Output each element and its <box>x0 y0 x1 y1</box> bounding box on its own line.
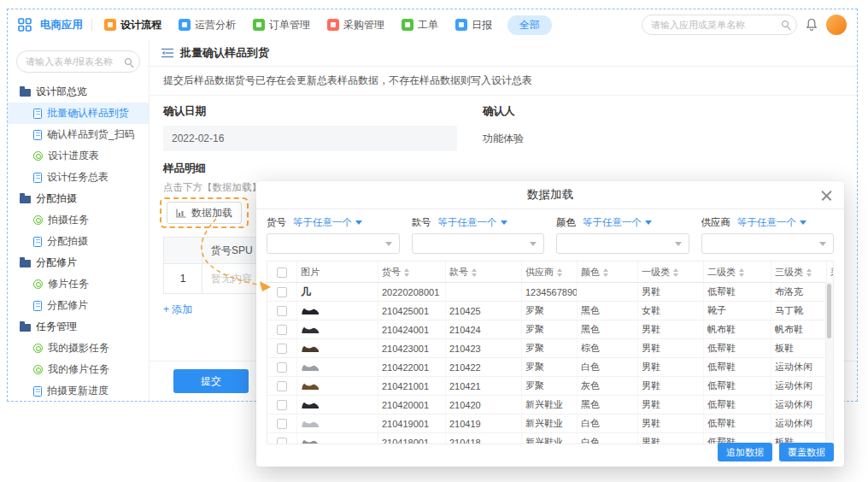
product-code-cell: 210422001 <box>378 358 446 377</box>
vertical-scrollbar[interactable] <box>825 282 833 444</box>
category1-cell: 男鞋 <box>638 320 704 339</box>
sidebar-item[interactable]: 设计任务总表 <box>8 167 149 188</box>
chevron-down-icon <box>530 242 537 246</box>
sidebar-item[interactable]: 分配修片 <box>8 295 149 316</box>
filter-field-label: 供应商 <box>701 216 731 229</box>
column-header[interactable]: 二级类 <box>704 262 771 283</box>
column-header-label: 二级类 <box>707 267 736 277</box>
submit-button[interactable]: 提交 <box>173 369 249 393</box>
app-tabs: 设计流程 运营分析 订单管理 采购管理 工单 <box>104 18 492 32</box>
sidebar-item[interactable]: 拍摄任务 <box>8 209 149 231</box>
sidebar-item[interactable]: 我的摄影任务 <box>8 338 149 359</box>
data-load-button-label: 数据加载 <box>191 206 232 220</box>
sidebar-item[interactable]: 我的修片任务 <box>8 359 149 380</box>
column-header[interactable]: 颜色 <box>578 262 638 283</box>
confirmer-label: 确认人 <box>483 104 802 119</box>
sidebar-item[interactable]: 拍摄更新进度 <box>8 380 149 402</box>
folder-icon <box>20 324 31 332</box>
notifications-icon[interactable] <box>806 18 818 32</box>
sidebar-item[interactable]: 分配拍摄 <box>8 188 149 209</box>
nav-tab[interactable]: 订单管理 <box>253 18 310 32</box>
column-header[interactable]: 供应商 <box>522 262 578 283</box>
column-header[interactable]: 采购价 <box>827 262 835 283</box>
overwrite-data-button[interactable]: 覆盖数据 <box>779 443 834 461</box>
nav-tab[interactable]: 运营分析 <box>179 18 236 32</box>
supplier-cell: 罗聚 <box>522 320 578 339</box>
category2-cell: 低帮鞋 <box>704 339 771 358</box>
column-header[interactable]: 款号 <box>446 262 522 283</box>
search-icon <box>782 21 789 27</box>
chevron-down-icon <box>385 242 392 246</box>
category3-cell: 帆布鞋 <box>771 320 827 339</box>
report-icon <box>33 279 43 289</box>
collapse-menu-icon[interactable] <box>161 48 173 58</box>
filter-header: 颜色 等于任意一个 <box>556 216 689 229</box>
sidebar-item[interactable]: 批量确认样品到货 <box>8 103 149 124</box>
sidebar-item[interactable]: 分配修片 <box>8 252 149 273</box>
style-code-cell: 210422 <box>446 358 522 377</box>
row-checkbox[interactable] <box>277 362 287 373</box>
all-apps-pill[interactable]: 全部 <box>507 15 552 35</box>
filter-operator-dropdown[interactable]: 等于任意一个 <box>293 216 362 229</box>
sidebar-item[interactable]: 确认样品到货_扫码 <box>8 124 149 145</box>
sidebar-item[interactable]: 设计进度表 <box>8 145 149 167</box>
filter-value-select[interactable] <box>556 233 689 254</box>
nav-tab[interactable]: 工单 <box>402 18 438 32</box>
filter-operator-dropdown[interactable]: 等于任意一个 <box>438 216 507 229</box>
close-icon[interactable] <box>821 190 832 201</box>
sidebar-item[interactable]: 分配拍摄 <box>8 231 149 252</box>
append-data-button[interactable]: 追加数据 <box>718 443 772 461</box>
sidebar-item-label: 确认样品到货_扫码 <box>47 127 135 142</box>
sidebar-item[interactable]: 修片任务 <box>8 273 149 295</box>
sidebar-item[interactable]: 设计部总览 <box>8 81 149 103</box>
add-row-link[interactable]: + 添加 <box>163 303 192 317</box>
color-cell: 棕色 <box>578 339 638 358</box>
column-header-label: 货号 <box>382 267 401 277</box>
scrollbar-thumb[interactable] <box>827 284 831 338</box>
row-checkbox[interactable] <box>277 306 287 316</box>
supplier-cell: 1234567890 <box>522 283 578 302</box>
column-header[interactable]: 图片 <box>297 262 378 283</box>
filter-value-select[interactable] <box>701 233 835 254</box>
row-checkbox[interactable] <box>277 419 287 429</box>
category2-cell: 低帮鞋 <box>704 414 771 433</box>
table-row: 210419001 210419 新兴鞋业 白色 男鞋 低帮鞋 运动休闲 86 <box>267 414 834 433</box>
supplier-cell: 新兴鞋业 <box>522 414 578 433</box>
document-icon <box>33 301 42 311</box>
row-checkbox[interactable] <box>277 381 287 391</box>
select-all-checkbox[interactable] <box>277 267 287 278</box>
row-checkbox[interactable] <box>277 344 287 354</box>
row-checkbox[interactable] <box>277 438 287 444</box>
nav-tab[interactable]: 日报 <box>455 18 492 32</box>
column-header[interactable]: 货号 <box>378 262 446 283</box>
filter-value-select[interactable] <box>267 233 400 254</box>
row-checkbox[interactable] <box>277 400 287 410</box>
avatar[interactable] <box>826 15 847 35</box>
column-header[interactable]: 三级类 <box>771 262 827 283</box>
color-cell: 灰色 <box>578 377 638 396</box>
sidebar-search-input[interactable] <box>16 50 140 73</box>
category3-cell: 板鞋 <box>771 339 827 358</box>
nav-tab[interactable]: 采购管理 <box>327 18 384 32</box>
mini-table-index-header <box>164 238 202 263</box>
app-grid-icon[interactable] <box>18 18 32 32</box>
nav-tab[interactable]: 设计流程 <box>104 18 161 32</box>
filter-value-select[interactable] <box>412 233 545 254</box>
style-code-cell: 210418 <box>446 433 522 445</box>
sample-detail-heading: 样品明细 <box>150 155 857 176</box>
row-checkbox[interactable] <box>277 325 287 335</box>
supplier-cell: 罗聚 <box>522 377 578 396</box>
filter-operator-dropdown[interactable]: 等于任意一个 <box>583 216 652 229</box>
product-code-cell: 210424001 <box>378 320 446 339</box>
product-code-cell: 20220208001 <box>378 283 446 302</box>
app-search-input[interactable] <box>642 15 797 35</box>
confirm-date-input[interactable]: 2022-02-16 <box>163 126 457 151</box>
filter-operator-dropdown[interactable]: 等于任意一个 <box>737 216 806 229</box>
column-header[interactable]: 一级类 <box>638 262 704 283</box>
sidebar-item[interactable]: 任务管理 <box>8 316 149 338</box>
table-body: 20220208001 1234567890 男鞋 低帮鞋 布洛克 <box>267 283 834 445</box>
row-checkbox[interactable] <box>277 287 287 297</box>
sidebar-item-label: 拍摄更新进度 <box>47 384 108 398</box>
apps-menu-label[interactable]: 电商应用 <box>40 18 83 32</box>
data-load-button[interactable]: 数据加载 <box>167 202 242 224</box>
